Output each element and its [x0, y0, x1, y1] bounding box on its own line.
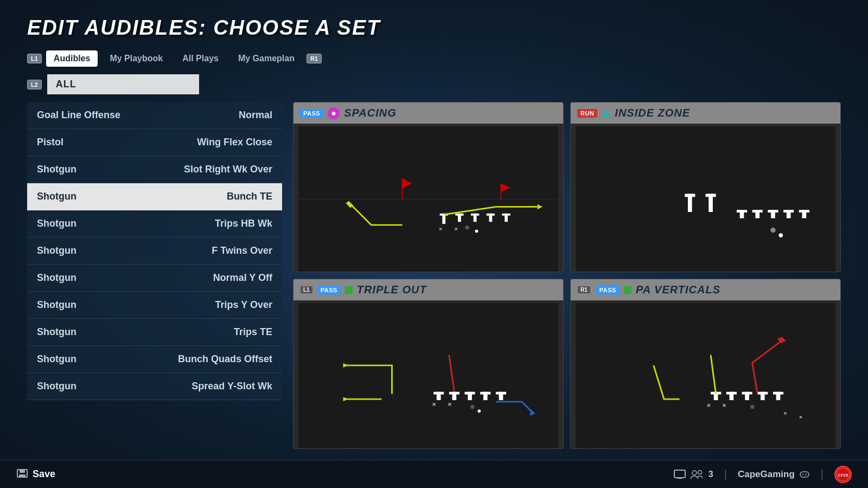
tab-my-playbook[interactable]: My Playbook	[102, 50, 170, 67]
r1-tag: R1	[577, 286, 591, 294]
svg-text:CF25: CF25	[838, 473, 848, 477]
svg-rect-8	[471, 214, 479, 216]
play-card-spacing[interactable]: PASS ● SPACING	[293, 102, 564, 272]
play-name: Wing Flex Close	[197, 137, 272, 148]
list-item-selected[interactable]: Shotgun Bunch TE	[27, 183, 282, 210]
svg-rect-76	[20, 470, 25, 473]
svg-text:×: ×	[783, 410, 787, 416]
svg-rect-77	[19, 474, 25, 477]
play-card-pa-verticals[interactable]: R1 PASS PA VERTICALS	[570, 279, 841, 449]
l1-tag: L1	[300, 286, 313, 294]
pass-badge: PASS	[300, 109, 323, 118]
l1-button-tag[interactable]: L1	[27, 54, 42, 63]
save-button[interactable]: Save	[16, 468, 55, 480]
play-field-pa-verticals: × × × ×	[571, 303, 840, 448]
svg-rect-44	[449, 392, 459, 395]
list-item[interactable]: Pistol Wing Flex Close	[27, 129, 282, 156]
play-field-triple-out: × ×	[293, 303, 563, 448]
play-name: F Twins Over	[212, 245, 272, 256]
svg-point-22	[475, 229, 478, 233]
svg-point-39	[778, 233, 783, 237]
circle-icon: ●	[328, 107, 340, 119]
triple-out-diagram: × ×	[293, 303, 563, 448]
svg-rect-37	[799, 210, 809, 213]
list-item[interactable]: Shotgun Slot Right Wk Over	[27, 156, 282, 183]
svg-rect-4	[442, 222, 445, 224]
card-header-pa-verticals: R1 PASS PA VERTICALS	[571, 279, 840, 300]
play-title-triple-out: TRIPLE OUT	[357, 284, 427, 296]
svg-point-38	[770, 228, 776, 233]
play-name: Slot Right Wk Over	[184, 164, 272, 175]
svg-rect-12	[502, 214, 510, 216]
save-icon	[16, 469, 28, 480]
svg-rect-40	[298, 303, 558, 448]
svg-rect-10	[487, 214, 495, 216]
play-title-inside-zone: INSIDE ZONE	[615, 107, 690, 119]
play-title-spacing: SPACING	[344, 107, 397, 119]
formation-name: Shotgun	[37, 218, 76, 229]
play-name: Normal	[239, 110, 272, 121]
cf25-logo: CF25	[834, 466, 852, 483]
play-name: Bunch TE	[227, 191, 272, 202]
card-header-triple-out: L1 PASS TRIPLE OUT	[293, 279, 563, 300]
filter-row: L2 ALL	[27, 74, 841, 94]
svg-rect-62	[726, 392, 737, 395]
svg-text:×: ×	[799, 414, 803, 420]
pa-verticals-diagram: × × × ×	[571, 303, 840, 448]
username: CapeGaming	[738, 469, 795, 480]
list-item[interactable]: Shotgun Trips HB Wk	[27, 210, 282, 237]
play-card-triple-out[interactable]: L1 PASS TRIPLE OUT	[293, 279, 564, 449]
formation-name: Shotgun	[37, 354, 76, 365]
page-title: EDIT AUDIBLES: CHOOSE A SET	[27, 16, 841, 40]
formation-name: Goal Line Offense	[37, 110, 120, 121]
bottom-bar: Save 3 | CapeGaming	[0, 460, 868, 488]
formation-name: Shotgun	[37, 272, 76, 284]
svg-rect-66	[757, 392, 768, 395]
filter-select[interactable]: ALL	[47, 74, 199, 94]
svg-rect-25	[685, 194, 695, 197]
list-item[interactable]: Shotgun Spread Y-Slot Wk	[27, 373, 282, 400]
svg-rect-29	[737, 210, 747, 213]
svg-rect-27	[706, 194, 716, 197]
svg-text:×: ×	[706, 401, 711, 409]
svg-rect-23	[576, 126, 835, 272]
svg-point-21	[465, 226, 469, 230]
square-icon-2	[624, 286, 631, 294]
list-item[interactable]: Shotgun Bunch Quads Offset	[27, 346, 282, 373]
play-name: Trips TE	[234, 326, 272, 338]
svg-rect-50	[496, 392, 506, 395]
bottom-right-area: 3 | CapeGaming | CF25	[674, 466, 852, 483]
play-field-spacing: × ×	[293, 126, 563, 272]
list-item[interactable]: Shotgun Normal Y Off	[27, 265, 282, 292]
main-content: EDIT AUDIBLES: CHOOSE A SET L1 Audibles …	[0, 0, 868, 449]
play-title-pa-verticals: PA VERTICALS	[636, 284, 720, 296]
columns-layout: Goal Line Offense Normal Pistol Wing Fle…	[27, 102, 841, 449]
play-name: Spread Y-Slot Wk	[192, 381, 272, 392]
svg-rect-31	[752, 210, 763, 213]
list-item[interactable]: Shotgun Trips TE	[27, 319, 282, 346]
tab-my-gameplan[interactable]: My Gameplan	[231, 50, 302, 67]
tab-all-plays[interactable]: All Plays	[175, 50, 226, 67]
svg-rect-64	[742, 392, 752, 395]
svg-rect-6	[455, 214, 463, 216]
card-header-spacing: PASS ● SPACING	[293, 102, 563, 124]
tab-audibles[interactable]: Audibles	[46, 50, 98, 67]
tab-navigation: L1 Audibles My Playbook All Plays My Gam…	[27, 50, 841, 67]
play-name: Trips HB Wk	[215, 218, 272, 229]
pass-badge-3: PASS	[596, 286, 620, 294]
svg-rect-33	[768, 210, 778, 213]
r1-button-tag[interactable]: R1	[307, 54, 322, 63]
svg-rect-58	[576, 303, 835, 448]
formation-list[interactable]: Goal Line Offense Normal Pistol Wing Fle…	[27, 102, 282, 449]
play-card-inside-zone[interactable]: RUN INSIDE ZONE	[570, 102, 841, 272]
l2-button-tag[interactable]: L2	[27, 80, 42, 89]
svg-rect-83	[800, 472, 809, 477]
list-item[interactable]: Shotgun F Twins Over	[27, 237, 282, 265]
user-area: 3	[674, 469, 713, 480]
users-icon	[690, 469, 704, 480]
divider: |	[724, 468, 727, 480]
play-name: Normal Y Off	[213, 272, 272, 284]
list-item[interactable]: Shotgun Trips Y Over	[27, 292, 282, 319]
svg-point-53	[470, 405, 475, 409]
list-item[interactable]: Goal Line Offense Normal	[27, 102, 282, 129]
